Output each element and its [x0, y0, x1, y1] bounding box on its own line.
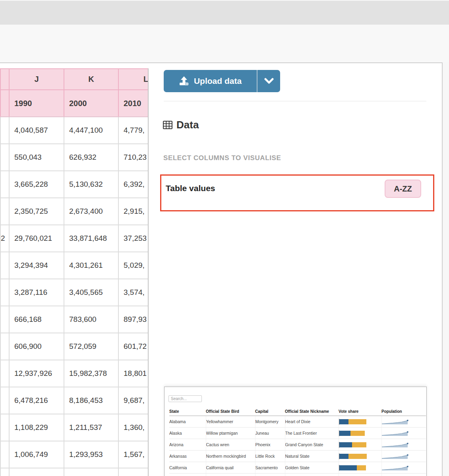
spreadsheet-cell-clipped[interactable] [0, 441, 9, 468]
spreadsheet-cell-2000[interactable]: 783,600 [64, 306, 118, 333]
spreadsheet-cell-1990[interactable]: 4,040,587 [9, 117, 64, 144]
spreadsheet-cell-2010[interactable]: 601,72 [118, 333, 149, 360]
spreadsheet-cell-1990[interactable]: 6,478,216 [9, 387, 64, 414]
preview-header-bird[interactable]: Official State Bird [206, 406, 255, 416]
spreadsheet-cell-2000[interactable]: 1,293,953 [64, 441, 118, 468]
spreadsheet-cell-2000[interactable]: 8,186,453 [64, 387, 118, 414]
spreadsheet-cell-clipped[interactable]: 2 [0, 225, 9, 252]
spreadsheet-row: 3,294,394 4,301,261 5,029, [0, 252, 149, 279]
spreadsheet-row: 2 29,760,021 33,871,648 37,253 [0, 225, 149, 252]
spreadsheet-cell-2000[interactable]: 5,130,632 [64, 171, 118, 198]
year-header-clipped[interactable] [0, 90, 9, 117]
preview-cell-population [381, 462, 426, 474]
spreadsheet-cell-1990[interactable]: 550,043 [9, 144, 64, 171]
preview-header-population[interactable]: Population [381, 406, 426, 416]
spreadsheet-cell-clipped[interactable] [0, 252, 9, 279]
year-header-2010[interactable]: 2010 [118, 90, 149, 117]
upload-menu-toggle[interactable] [257, 70, 280, 92]
spreadsheet-cell-2010[interactable]: 897,93 [118, 306, 149, 333]
spreadsheet-cell-1990[interactable]: 2,350,725 [9, 198, 64, 225]
preview-cell-voteshare [339, 451, 381, 462]
spreadsheet-cell-2010[interactable]: 6,392, [118, 171, 149, 198]
preview-cell-state: Alabama [169, 416, 206, 428]
preview-cell-capital: Montgomery [255, 416, 285, 428]
spreadsheet-cell-1990[interactable]: 11,430,602 [9, 468, 64, 476]
spreadsheet-cell-clipped[interactable] [0, 387, 9, 414]
spreadsheet-cell-1990[interactable]: 1,108,229 [9, 414, 64, 441]
preview-header-voteshare[interactable]: Vote share [339, 406, 381, 416]
spreadsheet-cell-1990[interactable]: 1,006,749 [9, 441, 64, 468]
spreadsheet-cell-2000[interactable]: 4,447,100 [64, 117, 118, 144]
spreadsheet-cell-2010[interactable]: 9,687, [118, 387, 149, 414]
column-header-l[interactable]: L [118, 69, 149, 90]
preview-cell-state: California [169, 462, 206, 474]
column-header-j[interactable]: J [9, 69, 64, 90]
preview-cell-nickname: Heart of Dixie [285, 416, 339, 428]
spreadsheet-cell-1990[interactable]: 606,900 [9, 333, 64, 360]
spreadsheet-cell-2000[interactable]: 1,211,537 [64, 414, 118, 441]
spreadsheet-cell-2010[interactable]: 710,23 [118, 144, 149, 171]
spreadsheet-cell-2010[interactable]: 12,830 [118, 468, 149, 476]
spreadsheet-cell-1990[interactable]: 666,168 [9, 306, 64, 333]
vote-share-blue-segment [339, 431, 350, 436]
year-header-1990[interactable]: 1990 [9, 90, 64, 117]
spreadsheet-cell-clipped[interactable] [0, 333, 9, 360]
column-header-k[interactable]: K [64, 69, 118, 90]
spreadsheet-cell-2010[interactable]: 37,253 [118, 225, 149, 252]
spreadsheet-cell-clipped[interactable] [0, 414, 9, 441]
spreadsheet-cell-clipped[interactable] [0, 171, 9, 198]
vote-share-yellow-segment [348, 419, 366, 424]
spreadsheet-cell-2000[interactable]: 33,871,648 [64, 225, 118, 252]
vote-share-bar [339, 419, 381, 425]
column-header-clipped[interactable] [0, 69, 9, 90]
preview-header-nickname[interactable]: Official State Nickname [285, 406, 339, 416]
main-panel: J K L 1990 2000 2010 4,040,587 [0, 62, 443, 476]
spreadsheet-cell-clipped[interactable] [0, 306, 9, 333]
table-values-binding-row[interactable]: Table values A-ZZ [160, 174, 434, 211]
spreadsheet-cell-2010[interactable]: 18,801 [118, 360, 149, 387]
preview-cell-population [381, 474, 426, 476]
spreadsheet-cell-2000[interactable]: 626,932 [64, 144, 118, 171]
spreadsheet-cell-1990[interactable]: 3,287,116 [9, 279, 64, 306]
spreadsheet-cell-2000[interactable]: 12,419,293 [64, 468, 118, 476]
spreadsheet-cell-2010[interactable]: 4,779, [118, 117, 149, 144]
spreadsheet-cell-2010[interactable]: 5,029, [118, 252, 149, 279]
year-header-2000[interactable]: 2000 [64, 90, 118, 117]
upload-data-button[interactable]: Upload data [164, 70, 257, 92]
upload-data-label: Upload data [194, 76, 242, 86]
search-input[interactable] [168, 395, 202, 402]
spreadsheet-cell-2000[interactable]: 2,673,400 [64, 198, 118, 225]
vote-share-blue-segment [339, 419, 348, 424]
spreadsheet-cell-1990[interactable]: 29,760,021 [9, 225, 64, 252]
spreadsheet-cell-clipped[interactable]: 8 [0, 468, 9, 476]
spreadsheet-cell-2010[interactable]: 3,574, [118, 279, 149, 306]
preview-header-state[interactable]: State [169, 406, 206, 416]
preview-cell-voteshare [339, 439, 381, 451]
spreadsheet-cell-clipped[interactable] [0, 198, 9, 225]
preview-cell-population [381, 451, 426, 462]
spreadsheet-cell-clipped[interactable] [0, 360, 9, 387]
spreadsheet-cell-2010[interactable]: 1,360, [118, 414, 149, 441]
vote-share-bar [339, 465, 381, 471]
spreadsheet-cell-2010[interactable]: 2,915, [118, 198, 149, 225]
population-sparkline [382, 419, 409, 425]
spreadsheet-cell-1990[interactable]: 3,294,394 [9, 252, 64, 279]
spreadsheet-cell-2000[interactable]: 3,405,565 [64, 279, 118, 306]
spreadsheet-cell-2010[interactable]: 1,567, [118, 441, 149, 468]
preview-cell-nickname: The Last Frontier [285, 428, 339, 439]
spreadsheet-cell-clipped[interactable] [0, 144, 9, 171]
population-sparkline [382, 430, 409, 436]
column-binding-badge[interactable]: A-ZZ [385, 180, 421, 198]
preview-cell-bird: Cactus wren [206, 439, 255, 451]
spreadsheet-cell-2000[interactable]: 4,301,261 [64, 252, 118, 279]
spreadsheet-cell-clipped[interactable] [0, 279, 9, 306]
spreadsheet-cell-clipped[interactable] [0, 117, 9, 144]
population-sparkline [382, 465, 409, 471]
spreadsheet-row: 550,043 626,932 710,23 [0, 144, 149, 171]
preview-header-capital[interactable]: Capital [255, 406, 285, 416]
spreadsheet-cell-2000[interactable]: 15,982,378 [64, 360, 118, 387]
spreadsheet-cell-2000[interactable]: 572,059 [64, 333, 118, 360]
spreadsheet-cell-1990[interactable]: 12,937,926 [9, 360, 64, 387]
preview-cell-bird: Lark bunting [206, 474, 255, 476]
spreadsheet-cell-1990[interactable]: 3,665,228 [9, 171, 64, 198]
